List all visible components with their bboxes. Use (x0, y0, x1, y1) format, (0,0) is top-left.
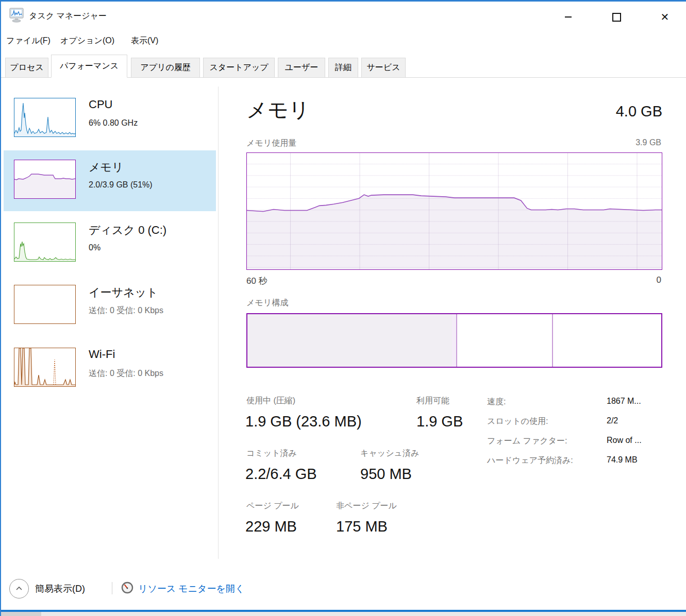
taskbar-sliver-left (1, 612, 41, 616)
ethernet-mini-chart (14, 285, 76, 324)
sidebar-item-disk[interactable]: ディスク 0 (C:) 0% (4, 213, 216, 274)
detail-form-factor-label: フォーム ファクター: (487, 436, 567, 447)
usage-chart-label: メモリ使用量 (246, 138, 296, 149)
detail-hw-reserved-value: 74.9 MB (607, 455, 638, 465)
page-title: メモリ (246, 96, 310, 124)
tab-label: アプリの履歴 (140, 62, 191, 73)
detail-slots-value: 2/2 (607, 416, 618, 425)
stat-cached-value: 950 MB (360, 466, 412, 483)
stat-paged-pool-label: ページ プール (246, 501, 299, 511)
fewer-details-button[interactable] (9, 579, 29, 598)
disk-mini-chart (14, 223, 76, 262)
tab-users[interactable]: ユーザー (278, 58, 325, 77)
tab-startup[interactable]: スタートアップ (203, 58, 275, 77)
detail-form-factor-value: Row of ... (607, 436, 642, 445)
maximize-button[interactable] (605, 7, 628, 27)
task-manager-app-icon (8, 7, 25, 23)
detail-slots-label: スロットの使用: (487, 416, 548, 427)
titlebar[interactable]: タスク マネージャー ✕ (1, 2, 686, 31)
sidebar-item-cpu[interactable]: CPU 6% 0.80 GHz (4, 89, 216, 149)
memory-usage-chart (246, 152, 662, 270)
window-title: タスク マネージャー (29, 11, 107, 22)
composition-standby-divider (552, 314, 553, 367)
tab-processes[interactable]: プロセス (5, 58, 48, 77)
menu-file[interactable]: ファイル(F) (6, 36, 51, 46)
minimize-button[interactable] (556, 7, 580, 27)
tab-label: パフォーマンス (60, 61, 119, 72)
cpu-mini-chart (14, 98, 76, 137)
tab-app-history[interactable]: アプリの履歴 (131, 58, 200, 77)
sidebar-cpu-title: CPU (89, 98, 112, 111)
taskbar-sliver (1, 612, 686, 616)
footer-divider (112, 582, 112, 594)
sidebar-ethernet-title: イーサネット (89, 285, 158, 300)
stat-paged-pool-value: 229 MB (245, 518, 297, 535)
minimize-icon (565, 16, 572, 18)
sidebar-memory-subtitle: 2.0/3.9 GB (51%) (89, 180, 153, 190)
composition-modified-segment (452, 314, 457, 367)
sidebar-separator (218, 87, 219, 559)
sidebar-wifi-subtitle: 送信: 0 受信: 0 Kbps (89, 368, 163, 379)
stat-nonpaged-pool-value: 175 MB (336, 518, 388, 535)
usage-line-layer (247, 153, 662, 269)
sidebar-ethernet-subtitle: 送信: 0 受信: 0 Kbps (89, 305, 163, 316)
detail-speed-value: 1867 M... (607, 397, 641, 406)
stat-in-use-label: 使用中 (圧縮) (246, 396, 295, 406)
sidebar-item-wifi[interactable]: Wi-Fi 送信: 0 受信: 0 Kbps (4, 338, 216, 399)
stat-available-label: 利用可能 (416, 396, 449, 406)
close-button[interactable]: ✕ (653, 7, 677, 27)
tab-label: プロセス (10, 62, 44, 73)
task-manager-window: タスク マネージャー ✕ ファイル(F) オプション(O) 表示(V) プロセス… (0, 0, 686, 616)
simple-view-label[interactable]: 簡易表示(D) (35, 583, 85, 595)
axis-label-0: 0 (657, 275, 661, 285)
sidebar-wifi-title: Wi-Fi (89, 348, 115, 361)
composition-label: メモリ構成 (246, 298, 288, 309)
menu-options[interactable]: オプション(O) (60, 36, 114, 46)
memory-composition-bar (246, 313, 662, 368)
memory-mini-chart (14, 160, 76, 199)
stat-available-value: 1.9 GB (416, 413, 463, 430)
tab-strip: プロセス パフォーマンス アプリの履歴 スタートアップ ユーザー 詳細 サービス (1, 55, 686, 78)
tab-label: ユーザー (285, 62, 319, 73)
close-icon: ✕ (661, 12, 670, 22)
axis-label-60s: 60 秒 (246, 275, 267, 287)
sidebar-disk-subtitle: 0% (89, 243, 101, 252)
tab-label: サービス (366, 62, 400, 73)
stat-committed-value: 2.2/6.4 GB (245, 466, 317, 483)
sidebar-memory-title: メモリ (89, 160, 124, 175)
composition-used-segment (247, 314, 453, 367)
wifi-mini-chart (14, 348, 76, 387)
stat-in-use-value: 1.9 GB (23.6 MB) (245, 413, 362, 430)
maximize-icon (612, 13, 621, 22)
usage-chart-max: 3.9 GB (635, 138, 661, 147)
sidebar-cpu-subtitle: 6% 0.80 GHz (89, 118, 138, 128)
tab-services[interactable]: サービス (361, 58, 406, 77)
sidebar-item-ethernet[interactable]: イーサネット 送信: 0 受信: 0 Kbps (4, 276, 216, 336)
open-resource-monitor-link[interactable]: リソース モニターを開く (138, 583, 244, 595)
stat-cached-label: キャッシュ済み (360, 448, 419, 459)
stat-committed-label: コミット済み (246, 448, 297, 459)
resource-monitor-icon (121, 581, 133, 594)
detail-speed-label: 速度: (487, 397, 506, 407)
menu-bar: ファイル(F) オプション(O) 表示(V) (1, 31, 686, 52)
tab-label: スタートアップ (209, 62, 268, 73)
sidebar-disk-title: ディスク 0 (C:) (89, 223, 166, 238)
tab-details[interactable]: 詳細 (328, 58, 358, 77)
menu-view[interactable]: 表示(V) (131, 36, 158, 46)
tab-label: 詳細 (335, 62, 352, 73)
footer-bar: 簡易表示(D) リソース モニターを開く (1, 576, 686, 603)
stat-nonpaged-pool-label: 非ページ プール (336, 501, 397, 511)
sidebar-item-memory[interactable]: メモリ 2.0/3.9 GB (51%) (4, 150, 216, 211)
tab-performance[interactable]: パフォーマンス (51, 55, 127, 78)
memory-total: 4.0 GB (616, 103, 662, 120)
chevron-up-icon (14, 584, 24, 594)
detail-hw-reserved-label: ハードウェア予約済み: (487, 455, 573, 466)
